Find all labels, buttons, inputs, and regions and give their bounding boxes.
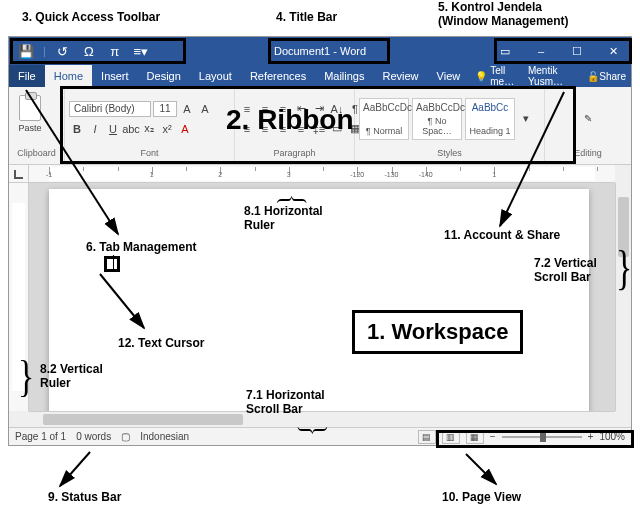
anno-1-label: 1. Workspace: [352, 310, 523, 354]
status-page[interactable]: Page 1 of 1: [15, 431, 66, 442]
zoom-slider[interactable]: [502, 436, 582, 438]
save-icon[interactable]: 💾: [17, 42, 35, 60]
superscript-button[interactable]: x²: [159, 121, 175, 137]
group-editing-label: Editing: [549, 148, 627, 162]
tab-file[interactable]: File: [9, 65, 45, 87]
status-language[interactable]: Indonesian: [140, 431, 189, 442]
zoom-out-button[interactable]: −: [490, 431, 496, 442]
share-button[interactable]: 🔓 Share: [582, 65, 631, 87]
svg-line-3: [60, 452, 90, 486]
anno-6: 6. Tab Management: [86, 240, 196, 254]
anno-4: 4. Title Bar: [276, 10, 337, 24]
anno-5a: 5. Kontrol Jendela: [438, 0, 542, 14]
svg-line-4: [466, 454, 496, 484]
qat-dropdown-icon[interactable]: ≡▾: [132, 42, 150, 60]
tab-insert[interactable]: Insert: [92, 65, 138, 87]
style-preview: AaBbCc: [469, 102, 511, 113]
font-size-combo[interactable]: 11: [153, 101, 177, 117]
anno-2-label: 2. Ribbon: [226, 104, 354, 136]
grow-font-icon[interactable]: A: [179, 101, 195, 117]
document-page[interactable]: [49, 189, 589, 411]
tab-stop-icon: [13, 168, 25, 180]
vertical-scrollbar[interactable]: [615, 183, 631, 411]
proof-icon[interactable]: ▢: [121, 431, 130, 442]
anno-8-2: 8.2 Vertical: [40, 362, 103, 376]
brace-7-2: }: [616, 245, 632, 293]
tab-home[interactable]: Home: [45, 65, 92, 87]
font-name-combo[interactable]: Calibri (Body): [69, 101, 151, 117]
anno-8-2b: Ruler: [40, 376, 71, 390]
editing-button[interactable]: ✎: [584, 113, 592, 124]
ruler-corner: [9, 165, 29, 183]
horizontal-ruler[interactable]: -1123-120-130-1401: [29, 165, 615, 183]
tab-view[interactable]: View: [428, 65, 470, 87]
group-font-label: Font: [69, 148, 230, 162]
read-mode-icon[interactable]: ▤: [418, 430, 436, 444]
shrink-font-icon[interactable]: A: [197, 101, 213, 117]
zoom-in-button[interactable]: +: [588, 431, 594, 442]
bold-button[interactable]: B: [69, 121, 85, 137]
undo-icon[interactable]: ↺: [54, 42, 72, 60]
zoom-level[interactable]: 100%: [599, 431, 625, 442]
group-clipboard: Paste Clipboard: [9, 87, 65, 164]
anno-12: 12. Text Cursor: [118, 336, 204, 350]
anno-7-2b: Scroll Bar: [534, 270, 591, 284]
paste-label: Paste: [18, 123, 41, 133]
group-styles-label: Styles: [359, 148, 540, 162]
close-icon[interactable]: ✕: [595, 37, 631, 65]
group-clipboard-label: Clipboard: [13, 148, 60, 162]
underline-button[interactable]: U: [105, 121, 121, 137]
ribbon-tabs: File Home Insert Design Layout Reference…: [9, 65, 631, 87]
arrow-9: [50, 446, 110, 496]
subscript-button[interactable]: x₂: [141, 121, 157, 137]
arrow-10: [456, 448, 516, 494]
anno-3: 3. Quick Access Toolbar: [22, 10, 160, 24]
account-name[interactable]: Mentik Yusm…: [523, 65, 582, 87]
group-editing: ✎ Editing: [545, 87, 631, 164]
quick-access-toolbar: 💾 | ↺ Ω π ≡▾: [9, 42, 158, 60]
tab-layout[interactable]: Layout: [190, 65, 241, 87]
style-preview: AaBbCcDc: [416, 102, 458, 113]
style-heading1[interactable]: AaBbCc Heading 1: [465, 98, 515, 140]
horizontal-scroll-thumb[interactable]: [43, 414, 243, 425]
maximize-icon[interactable]: ☐: [559, 37, 595, 65]
style-nospacing[interactable]: AaBbCcDc ¶ No Spac…: [412, 98, 462, 140]
ribbon-options-icon[interactable]: ▭: [487, 37, 523, 65]
print-layout-icon[interactable]: ▥: [442, 430, 460, 444]
anno-5b: (Window Management): [438, 14, 569, 28]
group-styles: AaBbCcDc ¶ Normal AaBbCcDc ¶ No Spac… Aa…: [355, 87, 545, 164]
window-title: Document1 - Word: [274, 45, 366, 57]
paste-button[interactable]: Paste: [13, 95, 47, 143]
group-paragraph-label: Paragraph: [239, 148, 350, 162]
tab-references[interactable]: References: [241, 65, 315, 87]
font-color-icon[interactable]: A: [177, 121, 193, 137]
pi-icon[interactable]: π: [106, 42, 124, 60]
style-name: ¶ No Spac…: [416, 116, 458, 136]
tab-mailings[interactable]: Mailings: [315, 65, 373, 87]
anno-8-1: 8.1 Horizontal: [244, 204, 323, 218]
group-font: Calibri (Body) 11 A A B I U abc x₂ x² A …: [65, 87, 235, 164]
tell-me[interactable]: 💡 Tell me…: [469, 65, 523, 87]
minimize-icon[interactable]: –: [523, 37, 559, 65]
share-label: Share: [599, 71, 626, 82]
clipboard-icon: [19, 95, 41, 121]
italic-button[interactable]: I: [87, 121, 103, 137]
anno-8-1b: Ruler: [244, 218, 275, 232]
styles-more-icon[interactable]: ▾: [518, 111, 534, 127]
strike-button[interactable]: abc: [123, 121, 139, 137]
tell-me-label: Tell me…: [490, 65, 517, 87]
brace-7-1: ︷: [294, 418, 328, 452]
anno-7-1: 7.1 Horizontal: [246, 388, 325, 402]
anno-7-1b: Scroll Bar: [246, 402, 303, 416]
anno-7-2: 7.2 Vertical: [534, 256, 597, 270]
title-bar: 💾 | ↺ Ω π ≡▾ Document1 - Word ▭ – ☐ ✕: [9, 37, 631, 65]
status-words[interactable]: 0 words: [76, 431, 111, 442]
web-layout-icon[interactable]: ▦: [466, 430, 484, 444]
style-normal[interactable]: AaBbCcDc ¶ Normal: [359, 98, 409, 140]
style-preview: AaBbCcDc: [363, 102, 405, 113]
tab-design[interactable]: Design: [138, 65, 190, 87]
zoom-handle[interactable]: [540, 432, 546, 442]
repeat-icon[interactable]: Ω: [80, 42, 98, 60]
tab-review[interactable]: Review: [374, 65, 428, 87]
anno-11: 11. Account & Share: [444, 228, 560, 242]
